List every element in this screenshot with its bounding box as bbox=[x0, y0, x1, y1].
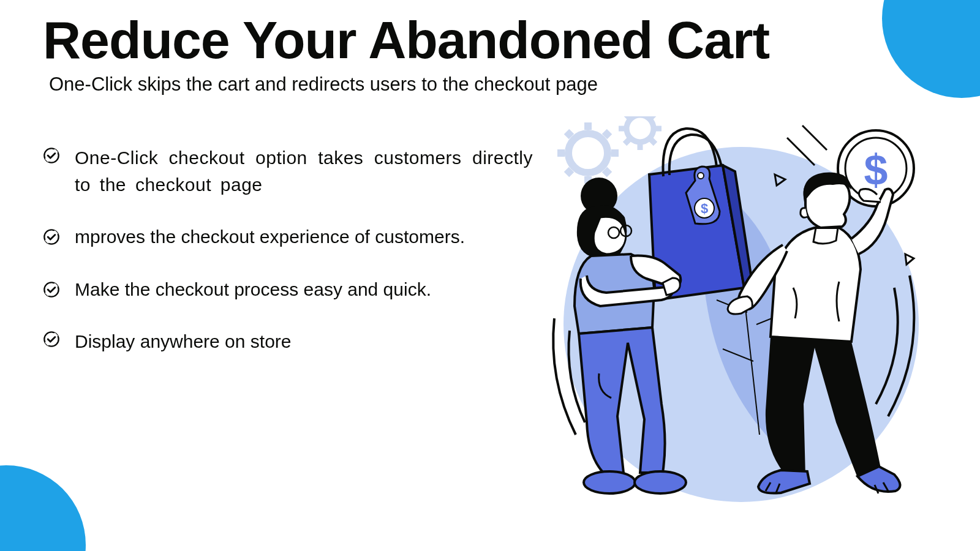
feature-text: Display anywhere on store bbox=[75, 328, 292, 355]
svg-point-39 bbox=[584, 471, 635, 493]
svg-text:$: $ bbox=[864, 146, 888, 194]
svg-line-25 bbox=[625, 140, 629, 144]
check-icon bbox=[43, 147, 60, 164]
check-icon bbox=[43, 331, 60, 348]
svg-line-15 bbox=[605, 170, 609, 174]
feature-item: Display anywhere on store bbox=[43, 328, 533, 355]
svg-line-24 bbox=[651, 140, 655, 144]
svg-point-32 bbox=[698, 173, 704, 179]
feature-list: One-Click checkout option takes customer… bbox=[43, 144, 533, 355]
svg-line-16 bbox=[567, 170, 571, 174]
feature-text: One-Click checkout option takes customer… bbox=[75, 144, 533, 198]
svg-line-30 bbox=[802, 126, 827, 150]
feature-item: Make the checkout process easy and quick… bbox=[43, 276, 533, 303]
check-icon bbox=[43, 228, 60, 246]
svg-text:$: $ bbox=[701, 201, 708, 216]
feature-text: Make the checkout process easy and quick… bbox=[75, 276, 431, 303]
feature-item: One-Click checkout option takes customer… bbox=[43, 144, 533, 198]
decorative-corner-bottom-left bbox=[0, 465, 86, 551]
svg-line-17 bbox=[605, 132, 609, 137]
shopping-illustration: $ $ bbox=[508, 116, 937, 514]
svg-line-26 bbox=[651, 116, 655, 118]
page-title: Reduce Your Abandoned Cart bbox=[43, 12, 980, 67]
feature-text: mproves the checkout experience of custo… bbox=[75, 223, 465, 250]
svg-line-14 bbox=[567, 132, 571, 137]
page-subtitle: One-Click skips the cart and redirects u… bbox=[49, 73, 980, 96]
svg-point-9 bbox=[568, 133, 608, 173]
svg-point-40 bbox=[635, 471, 686, 493]
check-icon bbox=[43, 281, 60, 298]
feature-item: mproves the checkout experience of custo… bbox=[43, 223, 533, 250]
svg-line-38 bbox=[619, 231, 621, 232]
svg-point-18 bbox=[627, 116, 654, 142]
svg-line-23 bbox=[625, 116, 629, 118]
